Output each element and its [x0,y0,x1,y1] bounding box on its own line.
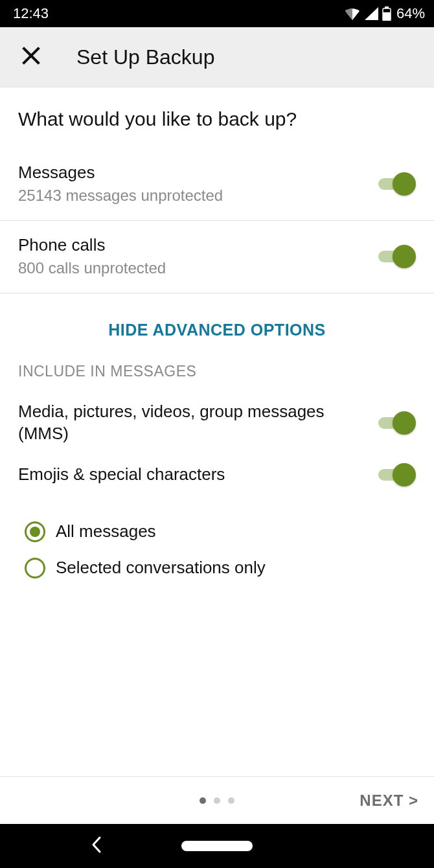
wifi-icon [345,7,360,20]
toggle-mms[interactable] [378,411,416,435]
hide-advanced-link[interactable]: HIDE ADVANCED OPTIONS [108,321,326,339]
status-bar: 12:43 64% [0,0,434,27]
include-item-mms[interactable]: Media, pictures, videos, group messages … [0,392,434,454]
status-indicators: 64% [345,5,425,22]
toggle-emoji[interactable] [378,463,416,486]
radio-label: All messages [56,521,156,542]
item-subtitle: 25143 messages unprotected [18,187,223,205]
item-title: Phone calls [18,235,166,255]
dot-2 [214,797,220,804]
dot-3 [228,797,234,804]
close-button[interactable] [18,44,44,70]
radio-icon [25,558,45,578]
svg-rect-2 [383,12,391,21]
radio-icon [25,521,45,542]
back-icon[interactable] [91,836,102,856]
radio-all-messages[interactable]: All messages [0,514,434,550]
status-time: 12:43 [13,5,49,22]
page-heading: What would you like to back up? [0,87,434,148]
next-button[interactable]: NEXT > [360,777,418,824]
content: What would you like to back up? Messages… [0,87,434,824]
include-item-emoji[interactable]: Emojis & special characters [0,454,434,496]
item-title: Messages [18,163,223,183]
item-title: Media, pictures, videos, group messages … [18,401,329,445]
item-title: Emojis & special characters [18,464,225,485]
radio-selected-conversations[interactable]: Selected conversations only [0,550,434,586]
close-icon [21,46,41,68]
home-pill[interactable] [181,841,253,851]
app-bar-title: Set Up Backup [76,45,214,69]
page-indicator [200,797,234,804]
section-include-header: INCLUDE IN MESSAGES [0,359,434,392]
radio-label: Selected conversations only [56,558,266,578]
backup-item-calls[interactable]: Phone calls 800 calls unprotected [0,221,434,293]
battery-percent: 64% [396,5,425,22]
toggle-calls[interactable] [378,245,416,268]
battery-icon [382,6,391,21]
cellular-icon [364,7,378,20]
footer: NEXT > [0,776,434,824]
advanced-options-row: HIDE ADVANCED OPTIONS [0,293,434,359]
system-nav-bar [0,824,434,868]
backup-item-messages[interactable]: Messages 25143 messages unprotected [0,148,434,221]
radio-group-scope: All messages Selected conversations only [0,507,434,586]
dot-1 [200,797,206,804]
item-subtitle: 800 calls unprotected [18,259,166,277]
toggle-messages[interactable] [378,172,416,196]
app-bar: Set Up Backup [0,27,434,87]
